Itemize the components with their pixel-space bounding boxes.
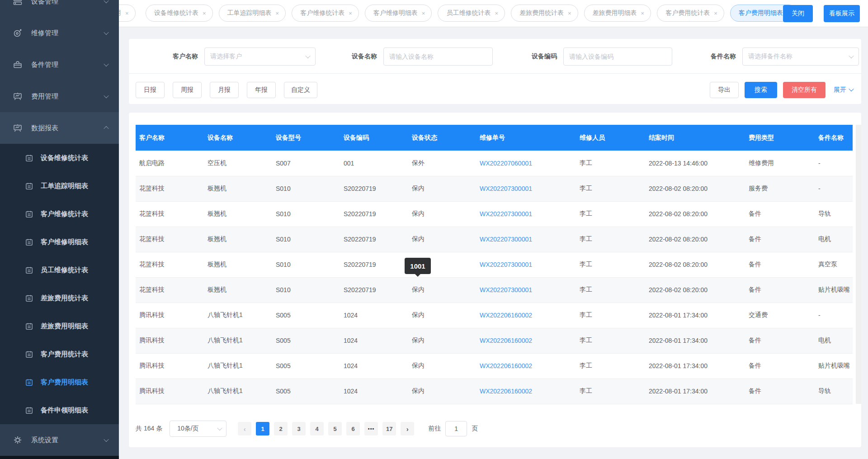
tab[interactable]: 客户维修明细表×	[365, 5, 432, 22]
page-button[interactable]: 6	[346, 422, 360, 435]
sidebar-item-devices[interactable]: 设备管理	[0, 0, 119, 17]
prev-page-button[interactable]: ‹	[238, 422, 251, 435]
table-cell: S010	[272, 227, 340, 252]
repair-order-link[interactable]: WX202206160002	[476, 353, 576, 379]
table-cell: 板翘机	[204, 201, 272, 227]
tab-label: 客户维修统计表	[300, 9, 344, 17]
sidebar-subitem-label: 备件申领明细表	[41, 406, 88, 415]
close-icon[interactable]: ×	[125, 10, 129, 16]
sidebar-subitem[interactable]: 设备维修统计表	[0, 144, 119, 172]
page-button[interactable]: 3	[292, 422, 306, 435]
search-button[interactable]: 搜索	[745, 82, 777, 98]
tab[interactable]: 客户维修统计表×	[292, 5, 359, 22]
period-button[interactable]: 日报	[136, 82, 165, 98]
sidebar-item-parts[interactable]: 备件管理	[0, 49, 119, 80]
table-scrollbar[interactable]	[856, 125, 861, 404]
table-cell: S007	[272, 151, 340, 176]
tab[interactable]: 差旅费用统计表×	[511, 5, 578, 22]
period-button[interactable]: 自定义	[284, 82, 317, 98]
sidebar-subitem[interactable]: 客户维修统计表	[0, 200, 119, 228]
board-display-button[interactable]: 看板展示	[824, 5, 860, 22]
expand-toggle[interactable]: 展开	[834, 86, 853, 94]
table-cell: 板翘机	[204, 227, 272, 252]
clear-all-button[interactable]: 清空所有	[783, 82, 826, 98]
goto-page-input[interactable]	[445, 421, 467, 436]
field-label: 客户名称	[147, 52, 198, 61]
tab-partial[interactable]: 用 ×	[119, 5, 136, 22]
close-icon[interactable]: ×	[349, 10, 352, 16]
customer-select[interactable]: 请选择客户	[204, 47, 316, 66]
sidebar-subitem[interactable]: 员工维修统计表	[0, 256, 119, 284]
next-page-button[interactable]: ›	[401, 422, 414, 435]
tab[interactable]: 差旅费用明细表×	[584, 5, 651, 22]
repair-order-link[interactable]: WX202207300001	[476, 252, 576, 277]
repair-order-link[interactable]: WX202206160002	[476, 303, 576, 328]
page-button[interactable]: 5	[328, 422, 342, 435]
table-cell: 1024	[340, 328, 408, 353]
page-buttons: ‹123456•••17›	[236, 422, 416, 435]
sidebar-item-reports[interactable]: 数据报表	[0, 112, 119, 144]
table-cell: 2022-08-02 08:20:00	[645, 252, 745, 277]
table-cell: -	[815, 176, 853, 201]
repair-order-link[interactable]: WX202207300001	[476, 277, 576, 303]
export-button[interactable]: 导出	[710, 82, 739, 98]
page-button[interactable]: 2	[274, 422, 288, 435]
tab[interactable]: 工单追踪明细表×	[219, 5, 286, 22]
close-icon[interactable]: ×	[714, 10, 717, 16]
more-pages-icon[interactable]: •••	[364, 422, 378, 435]
table-cell: 花篮科技	[136, 176, 204, 201]
repair-order-link[interactable]: WX202207060001	[476, 151, 576, 176]
sidebar-item-expense[interactable]: 费用管理	[0, 80, 119, 112]
sidebar-subitem-label: 工单追踪明细表	[41, 182, 88, 190]
close-icon[interactable]: ×	[568, 10, 571, 16]
device-name-input[interactable]	[383, 47, 493, 66]
repair-order-link[interactable]: WX202207300001	[476, 227, 576, 252]
table-cell: 李工	[576, 227, 645, 252]
period-button[interactable]: 年报	[247, 82, 276, 98]
table-cell: 001	[340, 151, 408, 176]
main-area: 用 × 设备维修统计表×工单追踪明细表×客户维修统计表×客户维修明细表×员工维修…	[119, 0, 868, 459]
chevron-down-icon	[849, 86, 854, 91]
table-header-row: 客户名称设备名称设备型号设备编码设备状态维修单号维修人员结案时间费用类型备件名称	[136, 125, 853, 151]
sidebar-subitem[interactable]: 工单追踪明细表	[0, 172, 119, 200]
sidebar-subitem[interactable]: 客户费用统计表	[0, 340, 119, 368]
period-button[interactable]: 月报	[210, 82, 239, 98]
close-icon[interactable]: ×	[203, 10, 206, 16]
sidebar-subitem[interactable]: 客户费用明细表	[0, 368, 119, 396]
page-button[interactable]: 4	[310, 422, 324, 435]
part-select[interactable]: 请选择备件名称	[742, 47, 859, 66]
sidebar-item-settings[interactable]: 系统设置	[0, 424, 119, 456]
repair-order-link[interactable]: WX202206160002	[476, 328, 576, 353]
sidebar-item-repair[interactable]: 维修管理	[0, 17, 119, 49]
chevron-down-icon	[217, 426, 222, 431]
repair-order-link[interactable]: WX202206160002	[476, 379, 576, 404]
close-all-button[interactable]: 关闭	[783, 5, 813, 22]
page-button[interactable]: 17	[382, 422, 396, 435]
device-code-input[interactable]	[563, 47, 672, 66]
repair-order-link[interactable]: WX202207300001	[476, 201, 576, 227]
page-size-select[interactable]: 10条/页	[170, 421, 226, 437]
sidebar-subitem[interactable]: 备件申领明细表	[0, 396, 119, 424]
table-cell: 花篮科技	[136, 252, 204, 277]
report-sheet-icon	[25, 378, 33, 387]
tab[interactable]: 客户费用统计表×	[657, 5, 724, 22]
tab-label: 设备维修统计表	[154, 9, 198, 17]
period-button[interactable]: 周报	[173, 82, 202, 98]
report-sheet-icon	[25, 238, 33, 246]
tab[interactable]: 员工维修统计表×	[438, 5, 505, 22]
sidebar-subitem[interactable]: 客户维修明细表	[0, 228, 119, 256]
table-row: 腾讯科技八轴飞针机1S0051024保内WX202206160002李工2022…	[136, 303, 853, 328]
filter-device-name: 设备名称	[319, 47, 493, 66]
sidebar-subitem[interactable]: 差旅费用明细表	[0, 312, 119, 340]
page-button[interactable]: 1	[256, 422, 269, 435]
close-icon[interactable]: ×	[276, 10, 279, 16]
tab[interactable]: 设备维修统计表×	[146, 5, 213, 22]
close-icon[interactable]: ×	[495, 10, 498, 16]
repair-order-link[interactable]: WX202207300001	[476, 176, 576, 201]
table-cell: 花篮科技	[136, 277, 204, 303]
sidebar-subitem[interactable]: 差旅费用统计表	[0, 284, 119, 312]
close-icon[interactable]: ×	[422, 10, 425, 16]
close-icon[interactable]: ×	[641, 10, 645, 16]
column-header: 设备状态	[408, 125, 476, 151]
table-cell: 备件	[745, 277, 815, 303]
